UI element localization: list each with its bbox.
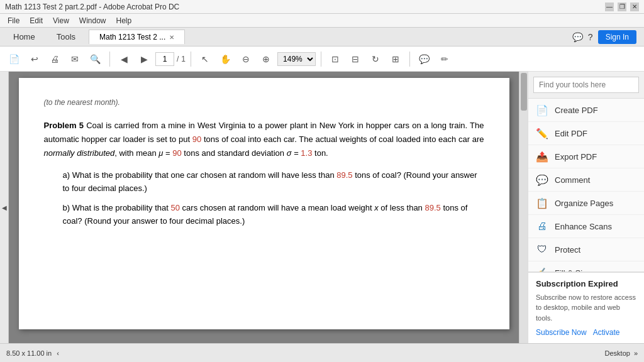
title-bar: Math 1213 Test 2 part.2.pdf - Adobe Acro… bbox=[0, 0, 644, 14]
qb-text3: of less than bbox=[379, 203, 425, 212]
menu-help[interactable]: Help bbox=[111, 15, 137, 26]
pdf-area: (to the nearest month). Problem 5 Coal i… bbox=[9, 72, 519, 343]
fill-sign-icon: ✍ bbox=[536, 266, 548, 272]
normally-distributed: normally distributed bbox=[44, 148, 115, 158]
pen-button[interactable]: ✏ bbox=[436, 50, 453, 68]
menu-edit[interactable]: Edit bbox=[25, 15, 48, 26]
organize-pages-label: Organize Pages bbox=[555, 199, 613, 208]
fit-width-button[interactable]: ⊟ bbox=[347, 50, 364, 68]
tools-list: 📄 Create PDF ✏️ Edit PDF 📤 Export PDF 💬 … bbox=[528, 99, 644, 272]
tool-edit-pdf[interactable]: ✏️ Edit PDF bbox=[528, 122, 644, 145]
doc-tab[interactable]: Math 1213 Test 2 ... ✕ bbox=[89, 30, 185, 44]
qb-value: 50 bbox=[171, 203, 180, 212]
zoom-in-button[interactable]: ⊕ bbox=[257, 50, 275, 68]
close-button[interactable]: ✕ bbox=[630, 3, 639, 11]
rotate-button[interactable]: ↻ bbox=[367, 50, 384, 68]
doc-tab-close[interactable]: ✕ bbox=[169, 34, 174, 41]
zoom-out-button[interactable]: ⊖ bbox=[237, 50, 255, 68]
menu-window[interactable]: Window bbox=[74, 15, 111, 26]
new-doc-button[interactable]: 📄 bbox=[5, 50, 23, 68]
value-90-2: 90 bbox=[172, 148, 181, 158]
question-b: b) What is the probability that 50 cars … bbox=[63, 202, 484, 228]
subscription-box: Subscription Expired Subscribe now to re… bbox=[528, 272, 644, 344]
main-area: ◀ (to the nearest month). Problem 5 Coal… bbox=[0, 72, 644, 343]
tools-search-input[interactable] bbox=[533, 77, 639, 93]
page-separator: / bbox=[177, 55, 179, 63]
menu-file[interactable]: File bbox=[3, 15, 25, 26]
tools-extra-button[interactable]: ⊞ bbox=[387, 50, 404, 68]
tool-protect[interactable]: 🛡 Protect bbox=[528, 238, 644, 261]
problem-text-3: , with mean bbox=[114, 148, 158, 158]
problem-text-5: tons and standard deviation bbox=[182, 148, 287, 158]
maximize-button[interactable]: ❐ bbox=[618, 3, 626, 11]
problem-text-4: = bbox=[163, 148, 172, 158]
tool-organize-pages[interactable]: 📋 Organize Pages bbox=[528, 192, 644, 215]
qa-value: 89.5 bbox=[336, 170, 352, 180]
toolbar-separator-1 bbox=[109, 52, 110, 67]
pdf-intro: (to the nearest month). bbox=[44, 97, 484, 109]
problem-text-7: ton. bbox=[312, 148, 328, 158]
next-page-button[interactable]: ▶ bbox=[135, 50, 153, 68]
subscription-text: Subscribe now to restore access to deskt… bbox=[536, 292, 636, 324]
comment-label: Comment bbox=[555, 175, 590, 185]
subscribe-now-link[interactable]: Subscribe Now bbox=[536, 328, 587, 337]
qb-label: b) bbox=[63, 203, 70, 212]
tool-create-pdf[interactable]: 📄 Create PDF bbox=[528, 99, 644, 122]
email-button[interactable]: ✉ bbox=[66, 50, 84, 68]
page-number-input[interactable] bbox=[155, 52, 174, 66]
minimize-button[interactable]: — bbox=[605, 3, 614, 11]
search-button[interactable]: 🔍 bbox=[86, 50, 104, 68]
help-icon[interactable]: ? bbox=[588, 32, 593, 42]
tab-home[interactable]: Home bbox=[3, 29, 46, 45]
create-pdf-label: Create PDF bbox=[555, 106, 598, 115]
chat-icon[interactable]: 💬 bbox=[572, 32, 583, 42]
pdf-page: (to the nearest month). Problem 5 Coal i… bbox=[19, 78, 509, 329]
protect-label: Protect bbox=[555, 245, 580, 255]
qb-text: What is the probability that bbox=[72, 203, 171, 212]
scroll-indicator: ‹ bbox=[57, 349, 59, 357]
tool-enhance-scans[interactable]: 🖨 Enhance Scans bbox=[528, 215, 644, 238]
toolbar-separator-4 bbox=[409, 52, 410, 67]
problem-label: Problem 5 bbox=[44, 121, 84, 130]
tool-export-pdf[interactable]: 📤 Export PDF bbox=[528, 145, 644, 168]
toolbar-separator-3 bbox=[321, 52, 321, 67]
toolbar: 📄 ↩ 🖨 ✉ 🔍 ◀ ▶ / 1 ↖ ✋ ⊖ ⊕ 149% 100% 75% … bbox=[0, 47, 644, 72]
pdf-scrollbar[interactable] bbox=[519, 72, 528, 343]
organize-pages-icon: 📋 bbox=[536, 197, 548, 209]
menu-view[interactable]: View bbox=[48, 15, 74, 26]
zoom-select[interactable]: 149% 100% 75% 50% bbox=[277, 52, 316, 66]
qb-text2: cars chosen at random will have a mean l… bbox=[180, 203, 374, 212]
tool-fill-sign[interactable]: ✍ Fill & Sign bbox=[528, 261, 644, 272]
activate-link[interactable]: Activate bbox=[593, 328, 620, 337]
chevron-right-icon: » bbox=[634, 349, 638, 357]
right-panel: 📄 Create PDF ✏️ Edit PDF 📤 Export PDF 💬 … bbox=[528, 72, 644, 343]
tool-comment[interactable]: 💬 Comment bbox=[528, 168, 644, 192]
qa-label: a) bbox=[63, 170, 70, 180]
export-pdf-label: Export PDF bbox=[555, 152, 597, 162]
comment-icon: 💬 bbox=[536, 173, 548, 186]
value-90-1: 90 bbox=[192, 134, 201, 144]
value-1-3: 1.3 bbox=[301, 148, 312, 158]
print-button[interactable]: 🖨 bbox=[46, 50, 64, 68]
problem-text-6: = bbox=[292, 148, 301, 158]
page-size: 8.50 x 11.00 in bbox=[6, 349, 52, 357]
sign-in-button[interactable]: Sign In bbox=[598, 30, 636, 44]
tab-tools[interactable]: Tools bbox=[46, 29, 86, 45]
desktop-label: Desktop bbox=[605, 349, 630, 357]
enhance-scans-icon: 🖨 bbox=[536, 220, 548, 233]
title-bar-title: Math 1213 Test 2 part.2.pdf - Adobe Acro… bbox=[5, 3, 605, 11]
open-button[interactable]: ↩ bbox=[26, 50, 43, 68]
fit-page-button[interactable]: ⊡ bbox=[326, 50, 344, 68]
edit-pdf-icon: ✏️ bbox=[536, 127, 548, 140]
enhance-scans-label: Enhance Scans bbox=[555, 222, 612, 231]
create-pdf-icon: 📄 bbox=[536, 104, 548, 116]
comment-toolbar-button[interactable]: 💬 bbox=[415, 50, 433, 68]
questions: a) What is the probability that one car … bbox=[63, 169, 484, 228]
prev-page-button[interactable]: ◀ bbox=[115, 50, 133, 68]
subscription-links: Subscribe Now Activate bbox=[536, 328, 636, 337]
scroll-left-btn[interactable]: ◀ bbox=[0, 72, 9, 343]
cursor-tool-button[interactable]: ↖ bbox=[196, 50, 214, 68]
scrollbar-thumb[interactable] bbox=[521, 73, 527, 111]
sigma-symbol: σ bbox=[287, 148, 292, 158]
hand-tool-button[interactable]: ✋ bbox=[216, 50, 235, 68]
